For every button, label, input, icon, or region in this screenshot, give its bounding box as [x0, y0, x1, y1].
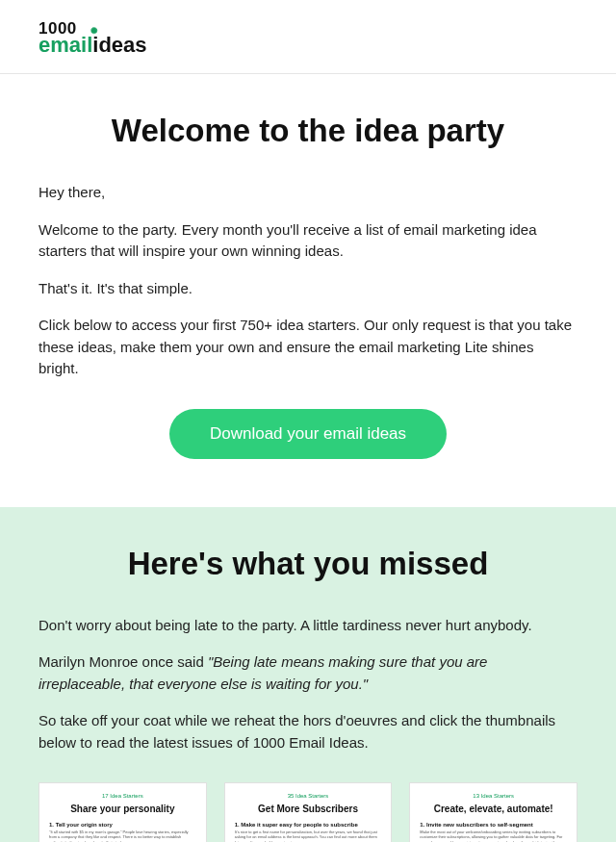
thumb-title: Share your personality	[49, 804, 196, 814]
issue-thumbnail[interactable]: 17 Idea Starters Share your personality …	[38, 782, 207, 842]
missed-paragraph-1: Don't worry about being late to the part…	[38, 615, 578, 637]
thumb-tag: 17 Idea Starters	[49, 793, 196, 799]
logo-word-ideas: ✺ideas	[92, 33, 146, 57]
thumb-text: It's nice to get a first name for person…	[235, 829, 382, 842]
issue-thumbnail[interactable]: 35 Idea Starters Get More Subscribers 1.…	[224, 782, 393, 842]
spark-icon: ✺	[90, 27, 98, 35]
thumb-title: Create, elevate, automate!	[420, 804, 567, 814]
missed-section: Here's what you missed Don't worry about…	[0, 507, 616, 842]
thumb-text: "It all started with $5 in my mom's gara…	[49, 829, 196, 842]
hero-paragraph-2: That's it. It's that simple.	[38, 278, 578, 300]
issue-thumbnail[interactable]: 13 Idea Starters Create, elevate, automa…	[409, 782, 578, 842]
hero-paragraph-1: Welcome to the party. Every month you'll…	[38, 219, 578, 263]
missed-paragraph-2: Marilyn Monroe once said "Being late mea…	[38, 651, 578, 695]
thumbnail-row: 17 Idea Starters Share your personality …	[38, 782, 578, 842]
thumb-text: Make the most out of your welcome/onboar…	[420, 829, 567, 842]
thumb-tag: 13 Idea Starters	[420, 793, 567, 799]
thumb-tag: 35 Idea Starters	[235, 793, 382, 799]
hero-title: Welcome to the idea party	[38, 113, 578, 149]
header: 1000 email✺ideas	[0, 0, 616, 74]
greeting: Hey there,	[38, 182, 578, 204]
download-button[interactable]: Download your email ideas	[169, 409, 447, 459]
thumb-title: Get More Subscribers	[235, 804, 382, 814]
hero-paragraph-3: Click below to access your first 750+ id…	[38, 315, 578, 380]
thumb-sub: 1. Make it super easy for people to subs…	[235, 822, 382, 828]
hero-section: Welcome to the idea party Hey there, Wel…	[0, 74, 616, 507]
thumb-sub: 1. Tell your origin story	[49, 822, 196, 828]
logo-word-email: email	[38, 33, 92, 57]
missed-title: Here's what you missed	[38, 546, 578, 582]
logo[interactable]: 1000 email✺ideas	[38, 21, 147, 55]
logo-bottom: email✺ideas	[38, 36, 147, 55]
missed-paragraph-3: So take off your coat while we reheat th…	[38, 710, 578, 753]
quote-intro: Marilyn Monroe once said	[38, 653, 208, 670]
thumb-sub: 1. Invite new subscribers to self-segmen…	[420, 822, 567, 828]
